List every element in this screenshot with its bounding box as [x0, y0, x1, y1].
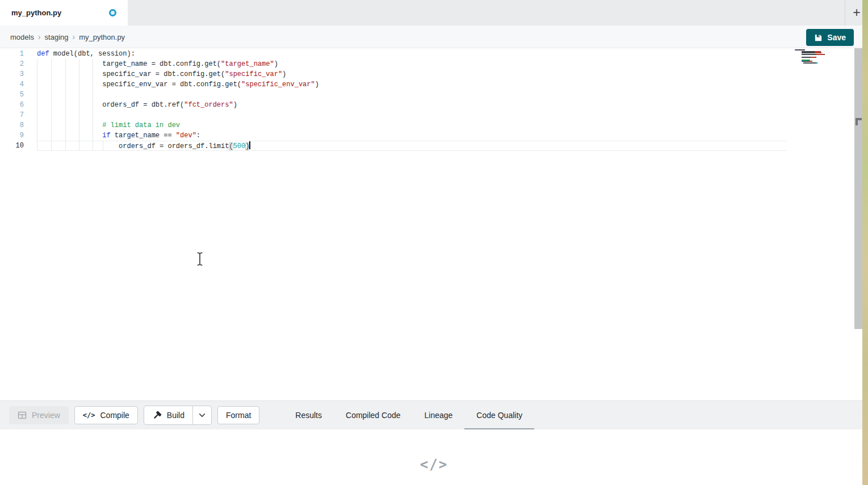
- window-edge-strip: [862, 0, 868, 485]
- code-line[interactable]: 8 # limit data in dev: [0, 120, 862, 130]
- tab-bar-filler: [128, 0, 845, 26]
- scrollbar-cursor-marker: [856, 118, 862, 125]
- code-text: orders_df = dbt.ref("fct_orders"): [37, 100, 237, 110]
- breadcrumb: models›staging›my_python.py: [10, 26, 125, 48]
- breadcrumb-item[interactable]: models: [10, 33, 34, 41]
- code-line[interactable]: 6 orders_df = dbt.ref("fct_orders"): [0, 100, 862, 110]
- code-line[interactable]: 4 specific_env_var = dbt.config.get("spe…: [0, 79, 862, 90]
- code-quality-pane: </>: [0, 429, 868, 485]
- save-button-label: Save: [827, 33, 846, 42]
- line-number: 10: [0, 141, 24, 151]
- code-text: target_name = dbt.config.get("target_nam…: [37, 59, 278, 69]
- code-lines: 1def model(dbt, session):2 target_name =…: [0, 49, 862, 151]
- line-number: 1: [0, 49, 24, 59]
- editor-scrollbar[interactable]: [854, 48, 862, 329]
- line-number: 8: [0, 120, 24, 130]
- code-text: if target_name == "dev":: [37, 130, 200, 141]
- build-split-button: Build: [144, 406, 212, 425]
- code-line[interactable]: 9 if target_name == "dev":: [0, 130, 862, 141]
- pane-tab-compiled-code[interactable]: Compiled Code: [334, 401, 413, 430]
- code-brackets-icon: </>: [83, 411, 95, 419]
- preview-button-label: Preview: [32, 411, 60, 420]
- compile-button-label: Compile: [100, 411, 129, 420]
- pane-tab-results[interactable]: Results: [283, 401, 334, 430]
- code-icon: </>: [420, 457, 448, 473]
- result-pane-tabs: ResultsCompiled CodeLineageCode Quality: [283, 401, 534, 430]
- format-button-label: Format: [226, 411, 251, 420]
- code-line[interactable]: 10 orders_df = orders_df.limit(500): [0, 141, 862, 151]
- line-number: 3: [0, 69, 24, 79]
- tab-my-python-py[interactable]: my_python.py: [0, 0, 128, 26]
- build-options-button[interactable]: [192, 406, 211, 424]
- table-icon: [18, 411, 27, 420]
- mouse-ibeam-cursor: [196, 252, 203, 268]
- format-button[interactable]: Format: [217, 406, 259, 424]
- text-caret: [249, 141, 250, 149]
- code-line[interactable]: 5: [0, 90, 862, 100]
- line-number: 9: [0, 130, 24, 141]
- code-text: specific_env_var = dbt.config.get("speci…: [37, 79, 319, 90]
- code-line[interactable]: 3 specific_var = dbt.config.get("specifi…: [0, 69, 862, 79]
- code-line[interactable]: 1def model(dbt, session):: [0, 49, 862, 59]
- code-editor[interactable]: 1def model(dbt, session):2 target_name =…: [0, 48, 862, 400]
- floppy-disk-icon: [814, 33, 823, 42]
- code-text: def model(dbt, session):: [37, 49, 135, 59]
- chevron-down-icon: [198, 411, 206, 419]
- breadcrumb-item[interactable]: staging: [45, 33, 69, 41]
- compile-button[interactable]: </> Compile: [74, 406, 138, 424]
- build-button[interactable]: Build: [144, 406, 192, 424]
- line-number: 7: [0, 110, 24, 120]
- breadcrumb-item[interactable]: my_python.py: [79, 33, 125, 41]
- code-line[interactable]: 7: [0, 110, 862, 120]
- code-text: orders_df = orders_df.limit(500): [37, 141, 787, 151]
- line-number: 2: [0, 59, 24, 69]
- code-text: # limit data in dev: [37, 120, 180, 130]
- unsaved-changes-dot-icon: [109, 9, 116, 16]
- breadcrumb-separator-icon: ›: [73, 32, 76, 41]
- code-text: specific_var = dbt.config.get("specific_…: [37, 69, 286, 79]
- hammer-icon: [152, 411, 162, 420]
- save-button[interactable]: Save: [806, 29, 854, 46]
- dbt-cloud-ide: my_python.py + models›staging›my_python.…: [0, 0, 868, 485]
- build-button-label: Build: [167, 411, 184, 420]
- preview-button[interactable]: Preview: [9, 406, 69, 424]
- line-number: 4: [0, 79, 24, 90]
- minimap-line: [795, 62, 852, 64]
- bottom-toolbar: Preview </> Compile Build: [0, 400, 868, 429]
- pane-tab-lineage[interactable]: Lineage: [413, 401, 465, 430]
- code-line[interactable]: 2 target_name = dbt.config.get("target_n…: [0, 59, 862, 69]
- line-number: 5: [0, 90, 24, 100]
- tab-title: my_python.py: [11, 9, 61, 17]
- pane-tab-code-quality[interactable]: Code Quality: [464, 401, 534, 430]
- file-header-bar: models›staging›my_python.py Save: [0, 26, 868, 48]
- editor-tab-bar: my_python.py +: [0, 0, 868, 26]
- minimap[interactable]: [795, 49, 852, 64]
- line-number: 6: [0, 100, 24, 110]
- breadcrumb-separator-icon: ›: [38, 32, 41, 41]
